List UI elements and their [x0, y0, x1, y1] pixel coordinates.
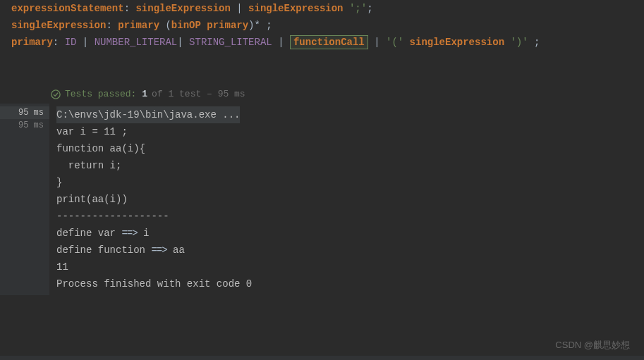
watermark: CSDN @麒思妙想: [555, 339, 630, 352]
console-line: -------------------: [56, 208, 637, 225]
console-line: Process finished with exit code 0: [56, 275, 637, 292]
tests-passed-count: 1: [142, 89, 147, 99]
horizontal-scrollbar[interactable]: [0, 356, 644, 360]
function-call-highlight[interactable]: functionCall: [290, 35, 368, 49]
tests-extra: of 1 test – 95 ms: [152, 89, 245, 99]
test-gutter[interactable]: 95 ms 95 ms: [0, 104, 49, 295]
colon: :: [106, 20, 118, 31]
rhs-token: binOP: [171, 20, 201, 31]
pipe: |: [278, 37, 290, 48]
rule-name: primary: [11, 37, 53, 48]
rule-name: expressionStatement: [11, 3, 124, 14]
arrow-icon: ==>: [151, 244, 166, 256]
pipe: |: [374, 37, 386, 48]
token-id: ID: [65, 37, 77, 48]
tests-passed-label: Tests passed: 1: [65, 89, 147, 99]
arrow-icon: ==>: [121, 228, 137, 239]
svg-point-0: [51, 89, 60, 98]
gutter-item[interactable]: 95 ms: [0, 119, 49, 132]
rhs-token: singleExpression: [410, 37, 504, 48]
string-literal: ';': [349, 3, 367, 14]
lparen: (: [165, 20, 171, 31]
string-literal: ')': [510, 37, 528, 48]
console-line: return i;: [56, 157, 637, 174]
pipe: |: [236, 3, 248, 14]
pipe: |: [177, 37, 189, 48]
define-func-name: aa: [167, 244, 185, 256]
console-line: define var ==> i: [56, 225, 637, 242]
console-line: var i = 11 ;: [56, 123, 637, 140]
define-var-text: define var: [56, 228, 121, 239]
console-line: 11: [56, 259, 637, 275]
colon: :: [53, 37, 65, 48]
console-line: function aa(i){: [56, 140, 637, 157]
grammar-editor[interactable]: expressionStatement: singleExpression | …: [0, 0, 644, 51]
semi: ;: [528, 37, 540, 48]
rule-name: singleExpression: [11, 20, 106, 31]
command-line: C:\envs\jdk-19\bin\java.exe ...: [56, 106, 240, 123]
define-var-name: i: [138, 228, 150, 239]
check-circle-icon: [51, 89, 61, 99]
define-func-text: define function: [56, 244, 151, 256]
grammar-line-3[interactable]: primary: ID | NUMBER_LITERAL| STRING_LIT…: [11, 34, 633, 51]
output-area: 95 ms 95 ms C:\envs\jdk-19\bin\java.exe …: [0, 104, 644, 295]
pipe: |: [83, 37, 95, 48]
grammar-line-1[interactable]: expressionStatement: singleExpression | …: [11, 0, 633, 17]
console-output[interactable]: C:\envs\jdk-19\bin\java.exe ... var i = …: [49, 104, 644, 295]
semi: ;: [260, 20, 272, 31]
rparen-star: )*: [248, 20, 260, 31]
rhs-token: singleExpression: [248, 3, 343, 14]
grammar-line-2[interactable]: singleExpression: primary (binOP primary…: [11, 17, 633, 34]
rhs-token: primary: [118, 20, 159, 31]
test-status-bar: Tests passed: 1 of 1 test – 95 ms: [0, 85, 644, 104]
token-string: STRING_LITERAL: [189, 37, 272, 48]
console-line: define function ==> aa: [56, 242, 637, 259]
console-line: }: [56, 174, 637, 191]
colon: :: [124, 3, 136, 14]
rhs-token: singleExpression: [135, 3, 230, 14]
token-number: NUMBER_LITERAL: [95, 37, 178, 48]
gutter-total[interactable]: 95 ms: [0, 106, 49, 119]
string-literal: '(': [386, 37, 403, 48]
tests-passed-text: Tests passed:: [65, 89, 136, 99]
semi: ;: [367, 3, 372, 14]
rhs-token: primary: [207, 20, 248, 31]
console-line: print(aa(i)): [56, 191, 637, 208]
